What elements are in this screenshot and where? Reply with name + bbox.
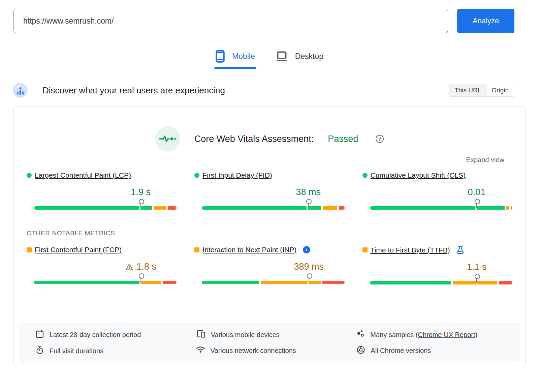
tab-mobile[interactable]: Mobile <box>216 50 255 69</box>
crux-users-icon <box>13 83 28 98</box>
p75-marker-pin <box>139 273 143 283</box>
url-input[interactable] <box>13 9 448 33</box>
info-icon[interactable]: i <box>303 246 310 253</box>
ttfb-bar <box>370 281 512 284</box>
p75-marker-pin <box>139 199 143 208</box>
other-metrics-heading: OTHER NOTABLE METRICS <box>27 230 512 237</box>
field-data-title: Discover what your real users are experi… <box>42 85 225 96</box>
active-tab-underline <box>214 67 256 69</box>
visit-durations-label: Full visit durations <box>50 347 103 355</box>
assessment-header: Core Web Vitals Assessment: Passed ? <box>27 126 512 151</box>
data-collection-footer: Latest 28-day collection period Full vis… <box>19 322 520 363</box>
lcp-link[interactable]: Largest Contentful Paint (LCP) <box>35 171 131 179</box>
samples-prefix: Many samples ( <box>370 331 418 338</box>
calendar-icon <box>35 330 44 340</box>
network-icon <box>196 346 205 356</box>
chrome-versions-item: All Chrome versions <box>356 345 504 356</box>
field-data-header: Discover what your real users are experi… <box>0 83 539 98</box>
metric-inp: Interaction to Next Paint (INP) i 389 ms <box>194 246 344 284</box>
core-metrics-row: Largest Contentful Paint (LCP) 1.9 s Fir… <box>27 171 512 210</box>
p75-marker-pin <box>475 274 479 283</box>
warn-square-icon <box>362 247 368 252</box>
samples-dots-icon <box>356 330 365 340</box>
fcp-link[interactable]: First Contentful Paint (FCP) <box>35 246 122 254</box>
samples-suffix: ) <box>475 331 478 338</box>
expand-view-button[interactable]: Expand view <box>27 156 504 164</box>
good-dot-icon <box>194 173 199 178</box>
tab-mobile-label: Mobile <box>232 52 255 61</box>
connections-label: Various network connections <box>211 347 296 355</box>
url-bar: Analyze <box>0 0 539 33</box>
metric-fcp: First Contentful Paint (FCP) 1.8 s <box>27 246 177 284</box>
devices-label: Various mobile devices <box>211 331 280 339</box>
desktop-laptop-icon <box>276 51 288 62</box>
stopwatch-icon <box>35 346 44 356</box>
warn-square-icon <box>27 247 32 252</box>
p75-marker-pin <box>306 199 310 208</box>
other-metrics-row: First Contentful Paint (FCP) 1.8 s <box>27 246 512 284</box>
samples-label: Many samples (Chrome UX Report) <box>370 331 477 339</box>
devices-icon <box>196 330 205 340</box>
chrome-versions-label: All Chrome versions <box>371 347 431 355</box>
toggle-origin[interactable]: Origin <box>486 84 514 97</box>
cls-value: 0.01 <box>468 187 485 198</box>
metric-fid: First Input Delay (FID) 38 ms <box>194 171 344 210</box>
metric-ttfb: Time to First Byte (TTFB) 1.1 s <box>362 246 512 284</box>
experimental-flask-icon[interactable] <box>456 246 464 254</box>
collection-period-item: Latest 28-day collection period <box>35 330 183 340</box>
cls-bar <box>370 206 512 210</box>
pagespeed-field-data-page: Analyze Mobile Desktop <box>0 0 539 392</box>
analyze-button[interactable]: Analyze <box>457 9 514 33</box>
ttfb-link[interactable]: Time to First Byte (TTFB) <box>371 246 450 254</box>
assessment-status: Passed <box>328 134 358 144</box>
devices-item: Various mobile devices <box>196 330 343 340</box>
tab-desktop[interactable]: Desktop <box>276 50 323 69</box>
metric-cls: Cumulative Layout Shift (CLS) 0.01 <box>362 171 512 210</box>
scope-toggle: This URL Origin <box>449 84 514 97</box>
metric-lcp: Largest Contentful Paint (LCP) 1.9 s <box>27 171 177 210</box>
fid-bar <box>202 206 344 210</box>
warning-triangle-icon <box>125 263 133 271</box>
fcp-bar <box>34 281 177 284</box>
assessment-title: Core Web Vitals Assessment: <box>194 134 314 144</box>
mobile-phone-icon <box>216 50 225 63</box>
p75-marker-pin <box>307 273 311 283</box>
visit-durations-item: Full visit durations <box>35 346 183 356</box>
toggle-this-url[interactable]: This URL <box>449 84 486 97</box>
ttfb-value: 1.1 s <box>467 262 487 272</box>
chrome-logo-icon <box>356 345 365 356</box>
section-divider <box>14 220 525 220</box>
cls-link[interactable]: Cumulative Layout Shift (CLS) <box>371 171 466 179</box>
samples-item: Many samples (Chrome UX Report) <box>356 330 504 340</box>
inp-value: 389 ms <box>294 262 324 272</box>
p75-marker-pin <box>475 199 479 208</box>
fid-value: 38 ms <box>296 187 321 198</box>
chrome-ux-report-link[interactable]: Chrome UX Report <box>418 331 475 338</box>
device-tabs: Mobile Desktop <box>0 50 539 69</box>
collection-period-label: Latest 28-day collection period <box>50 331 141 339</box>
good-dot-icon <box>27 173 32 178</box>
inp-bar <box>202 281 344 284</box>
help-icon[interactable]: ? <box>376 135 384 143</box>
pulse-icon <box>155 126 180 151</box>
lcp-bar <box>34 206 177 210</box>
good-dot-icon <box>362 173 368 178</box>
lcp-value: 1.9 s <box>131 187 151 198</box>
inp-link[interactable]: Interaction to Next Paint (INP) <box>202 246 296 254</box>
fid-link[interactable]: First Input Delay (FID) <box>202 171 272 179</box>
fcp-value: 1.8 s <box>125 262 156 272</box>
warn-square-icon <box>194 247 199 252</box>
tab-desktop-label: Desktop <box>295 52 323 61</box>
core-web-vitals-card: Core Web Vitals Assessment: Passed ? Exp… <box>13 107 526 366</box>
connections-item: Various network connections <box>196 346 343 356</box>
